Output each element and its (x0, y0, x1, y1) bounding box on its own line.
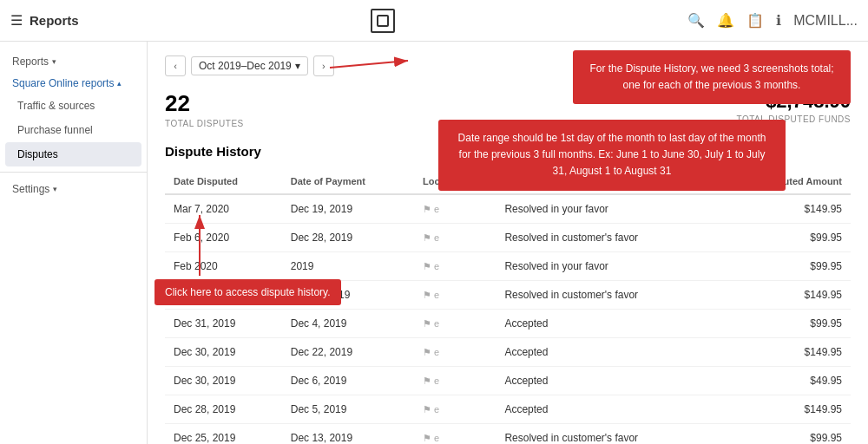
info-icon[interactable]: ℹ (776, 12, 781, 29)
date-next-button[interactable]: › (313, 56, 334, 76)
date-prev-button[interactable]: ‹ (165, 56, 186, 76)
caret-down-icon: ▾ (52, 57, 56, 66)
cell-date-disputed: Dec 25, 2019 (165, 424, 282, 445)
clipboard-icon[interactable]: 📋 (746, 12, 764, 29)
cell-date-disputed: Dec 28, 2019 (165, 395, 282, 424)
cell-date-payment: Dec 22, 2019 (282, 338, 414, 367)
cell-location: ⚑ e (414, 194, 496, 224)
cell-location: ⚑ e (414, 338, 496, 367)
cell-amount: $149.95 (712, 194, 851, 224)
cell-date-payment: Dec 13, 2019 (282, 424, 414, 445)
app-title: Reports (30, 13, 79, 28)
cell-amount: $99.95 (712, 252, 851, 281)
cell-date-payment: Dec 19, 2019 (282, 194, 414, 224)
table-row[interactable]: Mar 7, 2020 Dec 19, 2019 ⚑ e Resolved in… (165, 194, 851, 224)
sidebar-item-purchase[interactable]: Purchase funnel (0, 118, 147, 142)
sidebar-item-traffic[interactable]: Traffic & sources (0, 94, 147, 118)
cell-date-payment: Dec 28, 2019 (282, 224, 414, 252)
sidebar: Reports ▾ Square Online reports ▴ Traffi… (0, 42, 148, 444)
table-row[interactable]: Dec 25, 2019 Dec 13, 2019 ⚑ e Resolved i… (165, 424, 851, 445)
cell-date-payment: Dec 4, 2019 (282, 310, 414, 338)
date-caret-icon: ▾ (295, 60, 300, 72)
cell-resolution: Resolved in customer's favor (496, 424, 712, 445)
cell-amount: $99.95 (712, 310, 851, 338)
cell-location: ⚑ e (414, 252, 496, 281)
cell-resolution: Resolved in your favor (496, 252, 712, 281)
disputes-count: 22 (165, 90, 244, 117)
cell-date-payment: Dec 6, 2019 (282, 367, 414, 395)
nav-right: 🔍 🔔 📋 ℹ MCMILL... (687, 12, 858, 29)
cell-amount: $149.95 (712, 395, 851, 424)
square-logo (371, 9, 395, 33)
col-date-disputed: Date Disputed (165, 169, 282, 194)
cell-date-disputed: Dec 30, 2019 (165, 367, 282, 395)
cell-resolution: Resolved in customer's favor (496, 224, 712, 252)
cell-amount: $49.95 (712, 367, 851, 395)
cell-location: ⚑ e (414, 367, 496, 395)
layout: Reports ▾ Square Online reports ▴ Traffi… (0, 42, 868, 444)
settings-caret-icon: ▾ (53, 185, 57, 193)
table-row[interactable]: Feb 6, 2020 Dec 28, 2019 ⚑ e Resolved in… (165, 224, 851, 252)
cell-date-payment: 2019 (282, 252, 414, 281)
cell-date-disputed: Feb 6, 2020 (165, 224, 282, 252)
search-icon[interactable]: 🔍 (687, 12, 705, 29)
cell-resolution: Accepted (496, 310, 712, 338)
sidebar-square-online[interactable]: Square Online reports ▴ (0, 73, 147, 94)
cell-amount: $149.95 (712, 338, 851, 367)
cell-resolution: Resolved in customer's favor (496, 281, 712, 310)
col-date-payment: Date of Payment (282, 169, 414, 194)
nav-center (371, 9, 395, 33)
nav-left: ☰ Reports (10, 12, 79, 29)
stat-total-disputes: 22 TOTAL DISPUTES (165, 90, 244, 128)
main-wrapper: For the Dispute History, we need 3 scree… (148, 42, 868, 444)
disputes-label: TOTAL DISPUTES (165, 119, 244, 128)
sidebar-reports[interactable]: Reports ▾ (0, 50, 147, 73)
table-row[interactable]: Dec 31, 2019 Dec 4, 2019 ⚑ e Accepted $9… (165, 310, 851, 338)
user-label[interactable]: MCMILL... (793, 13, 858, 29)
sidebar-settings[interactable]: Settings ▾ (0, 178, 147, 200)
hamburger-icon[interactable]: ☰ (10, 12, 23, 29)
table-row[interactable]: Feb 2020 2019 ⚑ e Resolved in your favor… (165, 252, 851, 281)
table-row[interactable]: Dec 30, 2019 Dec 22, 2019 ⚑ e Accepted $… (165, 338, 851, 367)
annotation-top: For the Dispute History, we need 3 scree… (573, 50, 851, 104)
cell-location: ⚑ e (414, 395, 496, 424)
cell-location: ⚑ e (414, 310, 496, 338)
annotation-bottom: Click here to access dispute history. (155, 279, 341, 305)
bell-icon[interactable]: 🔔 (717, 12, 734, 29)
cell-location: ⚑ e (414, 224, 496, 252)
svg-rect-0 (378, 16, 388, 26)
cell-date-payment: Dec 5, 2019 (282, 395, 414, 424)
cell-amount: $149.95 (712, 281, 851, 310)
cell-location: ⚑ e (414, 281, 496, 310)
cell-amount: $99.95 (712, 224, 851, 252)
sidebar-item-disputes[interactable]: Disputes (5, 142, 141, 166)
table-row[interactable]: Dec 28, 2019 Dec 5, 2019 ⚑ e Accepted $1… (165, 395, 851, 424)
table-row[interactable]: Dec 30, 2019 Dec 6, 2019 ⚑ e Accepted $4… (165, 367, 851, 395)
cell-resolution: Accepted (496, 395, 712, 424)
cell-date-disputed: Dec 31, 2019 (165, 310, 282, 338)
cell-date-disputed: Dec 30, 2019 (165, 338, 282, 367)
cell-date-disputed: Feb 2020 (165, 252, 282, 281)
sidebar-divider (0, 172, 147, 173)
cell-resolution: Resolved in your favor (496, 194, 712, 224)
top-nav: ☰ Reports 🔍 🔔 📋 ℹ MCMILL... (0, 0, 868, 42)
cell-location: ⚑ e (414, 424, 496, 445)
cell-resolution: Accepted (496, 338, 712, 367)
cell-date-disputed: Mar 7, 2020 (165, 194, 282, 224)
date-range-select[interactable]: Oct 2019–Dec 2019 ▾ (191, 56, 308, 75)
cell-amount: $99.95 (712, 424, 851, 445)
annotation-mid: Date range should be 1st day of the mont… (438, 120, 786, 191)
cell-resolution: Accepted (496, 367, 712, 395)
dispute-table: Date Disputed Date of Payment Location R… (165, 169, 851, 444)
caret-up-icon: ▴ (117, 79, 122, 88)
table-body: Mar 7, 2020 Dec 19, 2019 ⚑ e Resolved in… (165, 194, 851, 444)
